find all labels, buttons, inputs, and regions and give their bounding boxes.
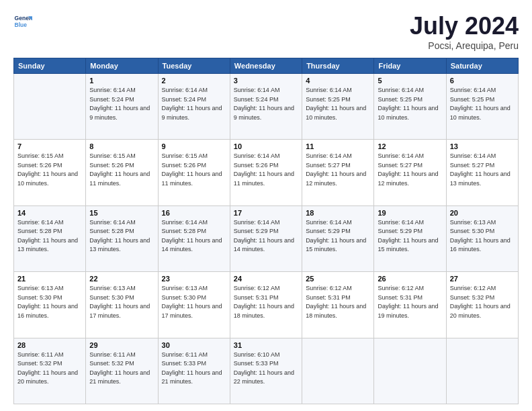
day-cell: 27Sunrise: 6:12 AMSunset: 5:32 PMDayligh… <box>446 272 518 338</box>
svg-text:General: General <box>15 15 32 21</box>
weekday-sunday: Sunday <box>14 58 86 74</box>
day-info: Sunrise: 6:14 AMSunset: 5:28 PMDaylight:… <box>162 218 226 255</box>
day-cell: 6Sunrise: 6:14 AMSunset: 5:25 PMDaylight… <box>446 74 518 140</box>
logo-icon: General Blue <box>13 12 32 31</box>
day-number: 25 <box>306 275 370 283</box>
day-number: 29 <box>89 341 154 349</box>
day-number: 3 <box>234 77 298 85</box>
day-cell: 13Sunrise: 6:14 AMSunset: 5:27 PMDayligh… <box>446 140 518 205</box>
day-number: 19 <box>378 209 442 217</box>
day-cell: 7Sunrise: 6:15 AMSunset: 5:26 PMDaylight… <box>14 140 86 205</box>
day-cell: 16Sunrise: 6:14 AMSunset: 5:28 PMDayligh… <box>158 205 230 271</box>
day-cell <box>14 74 86 140</box>
day-cell: 14Sunrise: 6:14 AMSunset: 5:28 PMDayligh… <box>14 205 86 271</box>
day-cell <box>446 338 518 404</box>
title-month: July 2024 <box>410 12 519 40</box>
day-number: 23 <box>162 275 226 283</box>
day-number: 11 <box>306 142 370 150</box>
day-cell: 29Sunrise: 6:11 AMSunset: 5:32 PMDayligh… <box>86 338 158 404</box>
day-number: 12 <box>378 142 442 150</box>
day-info: Sunrise: 6:13 AMSunset: 5:30 PMDaylight:… <box>89 284 154 320</box>
day-cell: 9Sunrise: 6:15 AMSunset: 5:26 PMDaylight… <box>158 140 230 205</box>
day-info: Sunrise: 6:14 AMSunset: 5:24 PMDaylight:… <box>162 86 226 122</box>
day-number: 7 <box>17 142 82 150</box>
day-cell: 22Sunrise: 6:13 AMSunset: 5:30 PMDayligh… <box>86 272 158 338</box>
day-number: 1 <box>89 77 154 85</box>
day-cell: 1Sunrise: 6:14 AMSunset: 5:24 PMDaylight… <box>86 74 158 140</box>
day-number: 8 <box>89 142 154 150</box>
day-info: Sunrise: 6:11 AMSunset: 5:33 PMDaylight:… <box>162 351 226 387</box>
weekday-header-row: SundayMondayTuesdayWednesdayThursdayFrid… <box>14 58 519 74</box>
day-info: Sunrise: 6:14 AMSunset: 5:25 PMDaylight:… <box>306 86 370 122</box>
svg-text:Blue: Blue <box>15 21 28 28</box>
day-cell <box>374 338 446 404</box>
day-info: Sunrise: 6:10 AMSunset: 5:33 PMDaylight:… <box>234 351 298 387</box>
day-number: 16 <box>162 209 226 217</box>
calendar-table: SundayMondayTuesdayWednesdayThursdayFrid… <box>13 58 519 404</box>
day-cell: 10Sunrise: 6:14 AMSunset: 5:26 PMDayligh… <box>230 140 302 205</box>
day-number: 17 <box>234 209 298 217</box>
day-number: 26 <box>378 275 442 283</box>
day-number: 20 <box>450 209 515 217</box>
day-cell: 11Sunrise: 6:14 AMSunset: 5:27 PMDayligh… <box>302 140 374 205</box>
day-info: Sunrise: 6:14 AMSunset: 5:24 PMDaylight:… <box>234 86 298 122</box>
day-info: Sunrise: 6:12 AMSunset: 5:31 PMDaylight:… <box>378 284 442 320</box>
day-cell: 31Sunrise: 6:10 AMSunset: 5:33 PMDayligh… <box>230 338 302 404</box>
day-cell: 15Sunrise: 6:14 AMSunset: 5:28 PMDayligh… <box>86 205 158 271</box>
day-number: 18 <box>306 209 370 217</box>
day-info: Sunrise: 6:14 AMSunset: 5:27 PMDaylight:… <box>450 152 515 188</box>
day-cell: 3Sunrise: 6:14 AMSunset: 5:24 PMDaylight… <box>230 74 302 140</box>
weekday-thursday: Thursday <box>302 58 374 74</box>
week-row-5: 28Sunrise: 6:11 AMSunset: 5:32 PMDayligh… <box>14 338 519 404</box>
week-row-2: 7Sunrise: 6:15 AMSunset: 5:26 PMDaylight… <box>14 140 519 205</box>
day-cell <box>302 338 374 404</box>
weekday-wednesday: Wednesday <box>230 58 302 74</box>
day-info: Sunrise: 6:12 AMSunset: 5:31 PMDaylight:… <box>234 284 298 320</box>
week-row-3: 14Sunrise: 6:14 AMSunset: 5:28 PMDayligh… <box>14 205 519 271</box>
day-info: Sunrise: 6:15 AMSunset: 5:26 PMDaylight:… <box>89 152 154 188</box>
day-cell: 5Sunrise: 6:14 AMSunset: 5:25 PMDaylight… <box>374 74 446 140</box>
day-info: Sunrise: 6:14 AMSunset: 5:25 PMDaylight:… <box>378 86 442 122</box>
logo: General Blue <box>13 12 32 31</box>
page: General Blue July 2024 Pocsi, Arequipa, … <box>0 0 532 411</box>
day-info: Sunrise: 6:11 AMSunset: 5:32 PMDaylight:… <box>89 351 154 387</box>
title-block: July 2024 Pocsi, Arequipa, Peru <box>410 12 519 51</box>
day-number: 27 <box>450 275 515 283</box>
weekday-tuesday: Tuesday <box>158 58 230 74</box>
day-info: Sunrise: 6:13 AMSunset: 5:30 PMDaylight:… <box>450 218 515 255</box>
day-number: 14 <box>17 209 82 217</box>
day-cell: 28Sunrise: 6:11 AMSunset: 5:32 PMDayligh… <box>14 338 86 404</box>
day-info: Sunrise: 6:14 AMSunset: 5:27 PMDaylight:… <box>306 152 370 188</box>
day-info: Sunrise: 6:11 AMSunset: 5:32 PMDaylight:… <box>17 351 82 387</box>
day-cell: 12Sunrise: 6:14 AMSunset: 5:27 PMDayligh… <box>374 140 446 205</box>
day-number: 9 <box>162 142 226 150</box>
day-info: Sunrise: 6:13 AMSunset: 5:30 PMDaylight:… <box>17 284 82 320</box>
day-info: Sunrise: 6:14 AMSunset: 5:27 PMDaylight:… <box>378 152 442 188</box>
day-cell: 19Sunrise: 6:14 AMSunset: 5:29 PMDayligh… <box>374 205 446 271</box>
day-info: Sunrise: 6:14 AMSunset: 5:25 PMDaylight:… <box>450 86 515 122</box>
day-number: 4 <box>306 77 370 85</box>
day-info: Sunrise: 6:14 AMSunset: 5:28 PMDaylight:… <box>17 218 82 255</box>
day-info: Sunrise: 6:14 AMSunset: 5:29 PMDaylight:… <box>306 218 370 255</box>
day-number: 6 <box>450 77 515 85</box>
day-cell: 30Sunrise: 6:11 AMSunset: 5:33 PMDayligh… <box>158 338 230 404</box>
day-number: 13 <box>450 142 515 150</box>
day-info: Sunrise: 6:14 AMSunset: 5:29 PMDaylight:… <box>234 218 298 255</box>
day-number: 22 <box>89 275 154 283</box>
day-number: 5 <box>378 77 442 85</box>
day-info: Sunrise: 6:14 AMSunset: 5:28 PMDaylight:… <box>89 218 154 255</box>
day-cell: 8Sunrise: 6:15 AMSunset: 5:26 PMDaylight… <box>86 140 158 205</box>
day-cell: 26Sunrise: 6:12 AMSunset: 5:31 PMDayligh… <box>374 272 446 338</box>
day-cell: 4Sunrise: 6:14 AMSunset: 5:25 PMDaylight… <box>302 74 374 140</box>
day-info: Sunrise: 6:14 AMSunset: 5:26 PMDaylight:… <box>234 152 298 188</box>
day-info: Sunrise: 6:15 AMSunset: 5:26 PMDaylight:… <box>17 152 82 188</box>
day-number: 24 <box>234 275 298 283</box>
header: General Blue July 2024 Pocsi, Arequipa, … <box>13 12 519 51</box>
day-cell: 17Sunrise: 6:14 AMSunset: 5:29 PMDayligh… <box>230 205 302 271</box>
day-info: Sunrise: 6:12 AMSunset: 5:32 PMDaylight:… <box>450 284 515 320</box>
day-number: 15 <box>89 209 154 217</box>
day-info: Sunrise: 6:15 AMSunset: 5:26 PMDaylight:… <box>162 152 226 188</box>
day-number: 2 <box>162 77 226 85</box>
day-cell: 20Sunrise: 6:13 AMSunset: 5:30 PMDayligh… <box>446 205 518 271</box>
weekday-saturday: Saturday <box>446 58 518 74</box>
